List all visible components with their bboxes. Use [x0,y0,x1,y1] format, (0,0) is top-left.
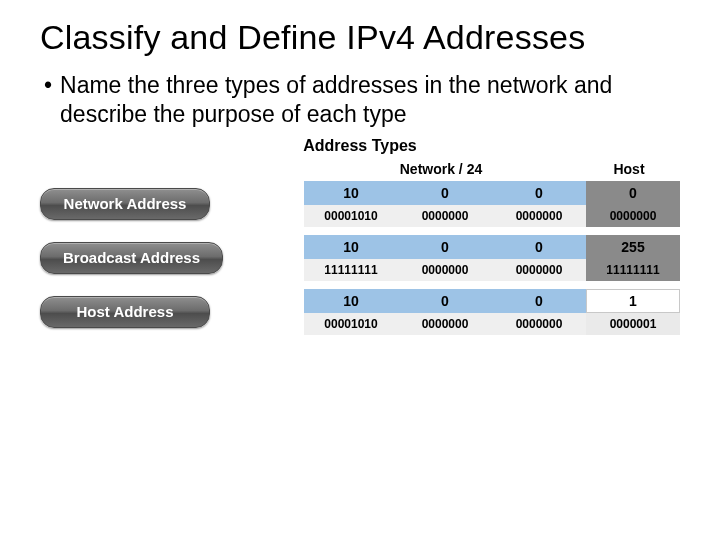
octet-dec: 0 [398,181,492,205]
octet-bin: 0000000 [398,205,492,227]
bullet-item: • Name the three types of addresses in t… [40,71,680,129]
pill-network-address: Network Address [40,188,210,220]
octet-dec: 0 [492,289,586,313]
octet-dec: 0 [492,235,586,259]
octet-dec-host: 255 [586,235,680,259]
octet-bin: 0000000 [492,313,586,335]
octet-bin-host: 0000000 [586,205,680,227]
octet-dec: 10 [304,289,398,313]
octet-dec-host: 1 [586,289,680,313]
octet-bin: 11111111 [304,259,398,281]
octet-dec: 10 [304,181,398,205]
address-row-host: Host Address 10 0 0 1 00001010 0000000 0… [40,289,680,335]
octet-dec: 0 [398,235,492,259]
octet-bin: 0000000 [492,259,586,281]
octet-dec: 0 [492,181,586,205]
octet-dec: 10 [304,235,398,259]
column-headers: Network / 24 Host [40,161,680,177]
octet-bin-host: 11111111 [586,259,680,281]
table-subtitle: Address Types [40,137,680,155]
bullet-dot: • [44,71,52,129]
octet-bin-host: 0000001 [586,313,680,335]
octet-bin: 0000000 [398,259,492,281]
octet-bin: 0000000 [398,313,492,335]
pill-host-address: Host Address [40,296,210,328]
header-network: Network / 24 [304,161,578,177]
octet-bin: 00001010 [304,205,398,227]
octet-bin: 00001010 [304,313,398,335]
pill-broadcast-address: Broadcast Address [40,242,223,274]
bullet-text: Name the three types of addresses in the… [60,71,680,129]
octet-dec-host: 0 [586,181,680,205]
header-host: Host [578,161,680,177]
address-row-broadcast: Broadcast Address 10 0 0 255 11111111 00… [40,235,680,281]
slide-title: Classify and Define IPv4 Addresses [40,18,680,57]
octet-dec: 0 [398,289,492,313]
octet-bin: 0000000 [492,205,586,227]
address-row-network: Network Address 10 0 0 0 00001010 000000… [40,181,680,227]
